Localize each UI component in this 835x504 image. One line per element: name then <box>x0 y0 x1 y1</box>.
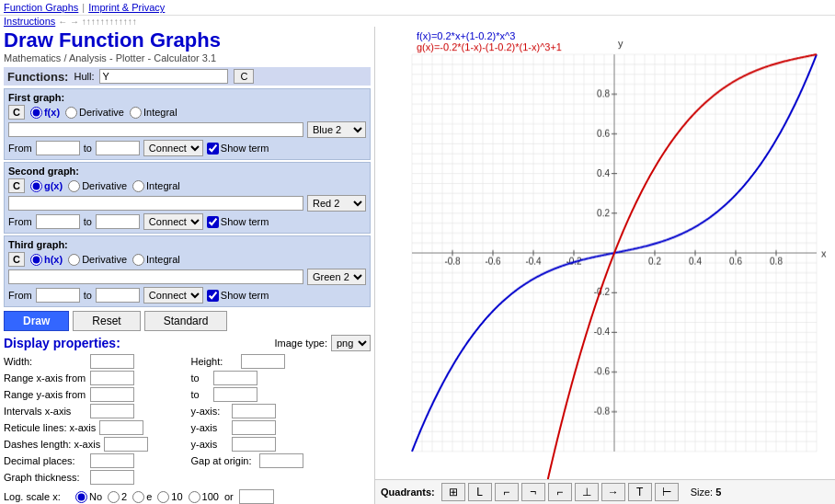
logscale-10-radio[interactable] <box>157 491 169 503</box>
second-graph-integral-label: Integral <box>146 180 180 191</box>
third-graph-c-btn[interactable]: C <box>8 252 25 267</box>
reticule-x-label: Reticule lines: x-axis <box>4 422 96 433</box>
third-to-input[interactable] <box>96 288 140 303</box>
range-x-from-input[interactable]: -1 <box>90 371 134 385</box>
third-graph-hx-radio[interactable] <box>30 254 42 266</box>
first-graph-fx-label: f(x) <box>44 107 60 118</box>
reset-button[interactable]: Reset <box>73 311 140 331</box>
third-connect-select[interactable]: ConnectDots <box>143 287 203 304</box>
instructions-link[interactable]: Instructions <box>4 16 55 27</box>
standard-button[interactable]: Standard <box>144 311 228 331</box>
third-from-label: From <box>8 290 32 301</box>
reticule-y-label: y-axis <box>191 422 228 433</box>
yaxis-input[interactable]: 10 <box>232 404 276 418</box>
first-graph-derivative-radio[interactable] <box>65 107 77 119</box>
second-to-input[interactable] <box>96 214 140 229</box>
first-graph-c-btn[interactable]: C <box>8 105 25 120</box>
first-graph-integral-radio[interactable] <box>130 107 142 119</box>
second-connect-select[interactable]: ConnectDots <box>143 213 203 230</box>
quad-btn-corner-tl[interactable]: ⌐ <box>548 483 572 501</box>
second-graph-integral-radio[interactable] <box>132 180 144 192</box>
third-from-input[interactable] <box>36 288 80 303</box>
quadrants-label: Quadrants: <box>381 487 435 498</box>
logscale-2-label: 2 <box>121 491 127 502</box>
range-y-from-input[interactable]: -1 <box>90 387 134 402</box>
second-show-term-check[interactable] <box>207 216 219 228</box>
reticule-x-input[interactable]: 20 <box>99 420 143 435</box>
quad-btn-grid[interactable]: ⊞ <box>441 483 465 501</box>
first-graph-formula[interactable]: 0.2*x+(1-0.2)*x^3 <box>8 122 303 137</box>
quad-btn-t[interactable]: T <box>628 483 652 501</box>
third-to-label: to <box>84 290 92 301</box>
first-to-label: to <box>84 143 92 154</box>
logscale-e-label: e <box>146 491 152 502</box>
third-graph-hx-label: h(x) <box>44 254 63 265</box>
image-type-label: Image type: <box>275 338 327 349</box>
range-y-to-input[interactable]: 1 <box>213 387 257 402</box>
draw-button[interactable]: Draw <box>4 311 69 331</box>
decimal-label: Decimal places: <box>4 455 86 466</box>
second-graph-gx-radio[interactable] <box>30 180 42 192</box>
logscale-10-label: 10 <box>171 491 182 502</box>
first-from-input[interactable] <box>36 141 80 155</box>
gap-input[interactable]: 0 <box>259 453 303 468</box>
reticule-y-input[interactable]: 20 <box>232 420 276 435</box>
second-graph-label: Second graph: <box>8 166 366 177</box>
decimal-input[interactable]: 3 <box>90 453 134 468</box>
intervals-x-input[interactable]: 10 <box>90 404 134 418</box>
quad-btn-left[interactable]: ⊢ <box>655 483 679 501</box>
second-graph-color[interactable]: Red 2Blue 2Green 2 <box>307 195 366 212</box>
second-graph-derivative-radio[interactable] <box>68 180 80 192</box>
third-graph-formula[interactable] <box>8 269 303 284</box>
graph-thickness-input[interactable]: 1 <box>90 470 134 485</box>
quad-btn-right[interactable]: → <box>601 483 625 501</box>
quad-btn-bottom[interactable]: ⊥ <box>575 483 599 501</box>
quad-btn-corner-bl[interactable]: ⌐ <box>495 483 519 501</box>
second-graph-gx-label: g(x) <box>44 180 63 191</box>
first-show-term-check[interactable] <box>207 143 219 155</box>
hull-input[interactable] <box>99 69 228 84</box>
nav-separator: | <box>82 2 85 13</box>
first-graph-color[interactable]: Blue 2Blue 1Red 2Green 2 <box>307 121 366 138</box>
second-show-term-label: Show term <box>221 216 269 227</box>
intervals-x-label: Intervals x-axis <box>4 406 86 417</box>
logscale-2-radio[interactable] <box>108 491 120 503</box>
quad-btn-corner-br[interactable]: ¬ <box>521 483 545 501</box>
quad-btn-l[interactable]: L <box>468 483 492 501</box>
logscale-100-label: 100 <box>202 491 219 502</box>
range-y-from-label: Range y-axis from <box>4 389 86 400</box>
dashes-x-label: Dashes length: x-axis <box>4 439 100 450</box>
second-graph-formula[interactable]: -0.2*(1-x)-(1-0.2)*(1-x)^3+1 <box>8 196 303 211</box>
third-graph-derivative-radio[interactable] <box>68 254 80 266</box>
imprint-link[interactable]: Imprint & Privacy <box>88 2 165 13</box>
second-to-label: to <box>84 216 92 227</box>
range-x-to-input[interactable]: 1 <box>213 371 257 385</box>
logscale-e-radio[interactable] <box>132 491 144 503</box>
third-show-term-check[interactable] <box>207 290 219 302</box>
second-graph-c-btn[interactable]: C <box>8 178 25 193</box>
first-graph-label: First graph: <box>8 92 366 103</box>
dashes-y-input[interactable]: 5 <box>232 437 276 452</box>
logscale-100-radio[interactable] <box>189 491 200 503</box>
third-graph-label: Third graph: <box>8 239 366 250</box>
dashes-x-input[interactable]: 5 <box>104 437 148 452</box>
hull-c-button[interactable]: C <box>234 69 254 84</box>
height-input[interactable]: 500 <box>241 354 285 369</box>
third-graph-color[interactable]: Green 2Blue 2Red 2 <box>307 269 366 285</box>
second-from-input[interactable] <box>36 214 80 229</box>
display-props-title: Display properties: <box>4 336 120 350</box>
first-graph-fx-radio[interactable] <box>30 107 42 119</box>
size-value: 5 <box>715 487 721 498</box>
third-graph-integral-radio[interactable] <box>132 254 144 266</box>
dashes-y-label: y-axis <box>191 439 228 450</box>
logscale-or-input[interactable] <box>239 489 274 504</box>
logscale-no-radio[interactable] <box>75 491 87 503</box>
width-input[interactable]: 500 <box>90 354 134 369</box>
size-label: Size: <box>691 487 713 498</box>
first-from-label: From <box>8 143 32 154</box>
image-type-select[interactable]: pngjpgsvg <box>331 335 371 351</box>
first-connect-select[interactable]: ConnectDots <box>143 140 203 156</box>
first-to-input[interactable] <box>96 141 140 155</box>
function-graphs-link[interactable]: Function Graphs <box>4 2 78 13</box>
range-x-from-label: Range x-axis from <box>4 372 86 384</box>
